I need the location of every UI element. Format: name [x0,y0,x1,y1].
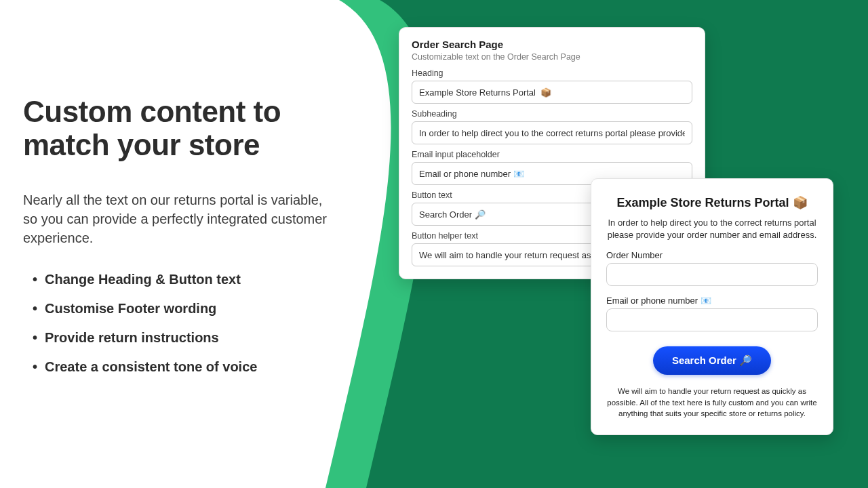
portal-helper-text: We will aim to handle your return reques… [606,386,818,420]
portal-subhead: In order to help direct you to the corre… [606,217,818,241]
marketing-copy: Custom content to match your store Nearl… [23,95,349,388]
marketing-bullets: Change Heading & Button text Customise F… [23,272,349,375]
field-heading: Heading [412,68,692,104]
bullet-item: Change Heading & Button text [33,272,349,287]
order-number-label: Order Number [606,250,818,260]
email-ph-label: Email input placeholder [412,150,692,159]
portal-title: Example Store Returns Portal 📦 [606,195,818,210]
order-number-input[interactable] [606,263,818,286]
marketing-headline: Custom content to match your store [23,95,349,162]
field-subheading: Subheading [412,109,692,144]
admin-section-description: Customizable text on the Order Search Pa… [412,52,692,62]
marketing-subhead: Nearly all the text on our returns porta… [23,190,328,247]
heading-label: Heading [412,68,692,78]
email-input[interactable] [606,308,818,331]
search-order-button[interactable]: Search Order 🔎 [653,346,771,375]
subheading-input[interactable] [412,121,692,144]
portal-preview-card: Example Store Returns Portal 📦 In order … [591,178,833,435]
bullet-item: Customise Footer wording [33,301,349,317]
portal-email-field: Email or phone number 📧 [606,296,818,331]
subheading-label: Subheading [412,109,692,119]
bullet-item: Create a consistent tone of voice [33,359,349,375]
heading-input[interactable] [412,81,692,104]
email-label: Email or phone number 📧 [606,296,818,306]
admin-section-title: Order Search Page [412,39,692,50]
portal-order-field: Order Number [606,250,818,286]
bullet-item: Provide return instructions [33,330,349,346]
